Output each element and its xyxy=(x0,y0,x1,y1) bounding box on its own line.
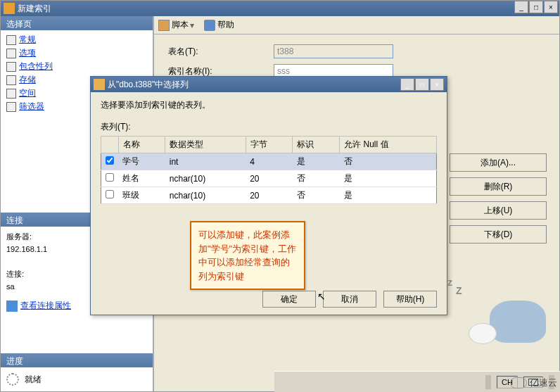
move-up-button[interactable]: 上移(U) xyxy=(450,201,547,220)
cancel-button[interactable]: 取消 xyxy=(323,291,376,308)
dialog-help-button[interactable]: 帮助(H) xyxy=(383,291,437,308)
table-name-label: 表名(T): xyxy=(168,46,274,58)
toolbar: 脚本 ▾ 帮助 xyxy=(154,16,559,34)
progress-header: 进度 xyxy=(1,353,153,367)
annotation-callout: 可以添加键，此案例添加"学号"为索引键，工作中可以添加经常查询的列为索引键 xyxy=(190,221,305,290)
zzz-icon: z xyxy=(447,277,452,288)
maximize-button[interactable]: □ xyxy=(529,1,543,13)
spinner-icon xyxy=(6,373,19,386)
shark-icon xyxy=(490,301,546,343)
col-header-identity[interactable]: 标识 xyxy=(293,137,340,153)
row-checkbox[interactable] xyxy=(106,173,114,182)
help-icon xyxy=(204,20,215,31)
taskbar-separator xyxy=(485,375,491,389)
page-options[interactable]: 选项 xyxy=(6,46,147,60)
col-header-check[interactable] xyxy=(101,137,119,153)
page-icon xyxy=(6,62,16,72)
col-header-bytes[interactable]: 字节 xyxy=(246,137,293,153)
page-included[interactable]: 包含性列 xyxy=(6,60,147,73)
add-button[interactable]: 添加(A)... xyxy=(450,153,547,172)
dialog-minimize-button[interactable]: _ xyxy=(400,78,414,91)
properties-icon xyxy=(6,301,18,312)
dialog-titlebar[interactable]: 从"dbo.t388"中选择列 _ □ × xyxy=(91,77,447,92)
main-window-controls: _ □ × xyxy=(514,1,558,13)
cursor-icon: ↖ xyxy=(317,291,326,302)
dialog-hint: 选择要添加到索引键的表列。 xyxy=(101,99,437,111)
table-row[interactable]: 班级 nchar(10) 20 否 是 xyxy=(101,187,437,204)
zzz-icon: Z xyxy=(456,285,462,296)
help-button[interactable]: 帮助 xyxy=(204,19,234,31)
progress-status: 就绪 xyxy=(25,374,42,386)
row-checkbox[interactable] xyxy=(106,156,114,165)
progress-body: 就绪 xyxy=(1,367,153,391)
table-row[interactable]: 姓名 nchar(10) 20 否 是 xyxy=(101,170,437,187)
columns-table: 名称 数据类型 字节 标识 允许 Null 值 学号 int 4 是 否 xyxy=(101,136,437,204)
columns-label: 表列(T): xyxy=(101,121,437,133)
watermark: 亿速云 xyxy=(510,377,557,389)
page-icon xyxy=(6,102,16,112)
main-titlebar: 新建索引 xyxy=(1,1,559,16)
seal-icon xyxy=(469,323,497,344)
col-header-allownull[interactable]: 允许 Null 值 xyxy=(340,137,437,153)
pages-header: 选择页 xyxy=(1,16,153,30)
watermark-logo-icon xyxy=(510,377,527,388)
page-icon xyxy=(6,35,16,45)
page-general[interactable]: 常规 xyxy=(6,33,147,46)
ok-button[interactable]: 确定 xyxy=(262,291,316,308)
side-buttons: 添加(A)... 删除(R) 上移(U) 下移(D) xyxy=(450,153,547,244)
dialog-title: 从"dbo.t388"中选择列 xyxy=(108,79,189,91)
row-checkbox[interactable] xyxy=(106,190,114,198)
table-row[interactable]: 学号 int 4 是 否 xyxy=(101,153,437,170)
table-name-input[interactable] xyxy=(274,44,393,58)
index-name-label: 索引名称(I): xyxy=(168,65,274,77)
app-icon xyxy=(4,3,15,14)
page-icon xyxy=(6,75,16,85)
move-down-button[interactable]: 下移(D) xyxy=(450,225,547,244)
minimize-button[interactable]: _ xyxy=(514,1,528,13)
cartoon-decoration: z Z xyxy=(440,286,553,350)
script-icon xyxy=(158,20,170,31)
close-button[interactable]: × xyxy=(544,1,558,13)
dialog-footer: 确定 取消 帮助(H) xyxy=(262,291,437,308)
script-button[interactable]: 脚本 ▾ xyxy=(158,19,196,31)
col-header-type[interactable]: 数据类型 xyxy=(165,137,246,153)
remove-button[interactable]: 删除(R) xyxy=(450,177,547,196)
dialog-close-button[interactable]: × xyxy=(430,78,444,91)
dialog-maximize-button[interactable]: □ xyxy=(415,78,429,91)
dialog-icon xyxy=(94,79,105,90)
page-icon xyxy=(6,89,16,99)
main-title: 新建索引 xyxy=(18,3,51,15)
col-header-name[interactable]: 名称 xyxy=(118,137,165,153)
page-icon xyxy=(6,49,16,58)
